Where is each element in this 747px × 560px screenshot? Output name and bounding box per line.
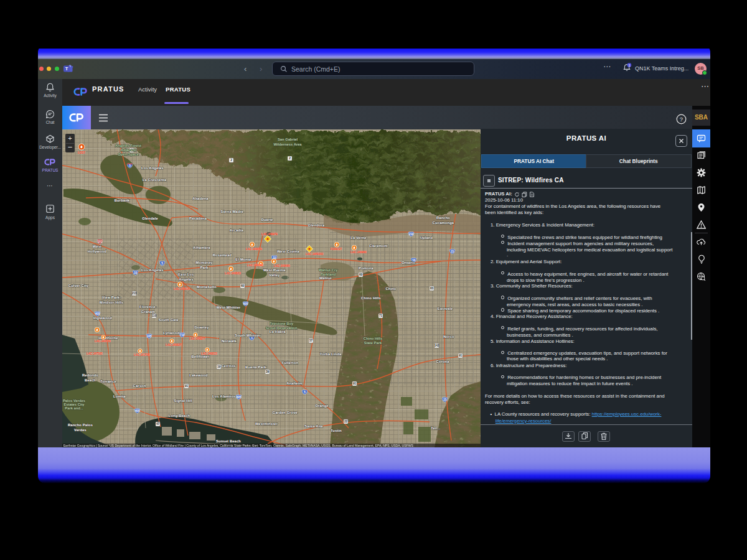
svg-text:39: 39 — [266, 370, 270, 373]
svg-text:Cerritos: Cerritos — [221, 364, 235, 368]
svg-text:West: West — [93, 245, 101, 248]
svg-text:15: 15 — [451, 250, 454, 253]
svg-text:Park: Park — [200, 266, 209, 269]
svg-text:60: 60 — [359, 273, 363, 276]
svg-text:Arcadia: Arcadia — [230, 228, 244, 232]
svg-text:83: 83 — [430, 287, 434, 290]
svg-text:Upland: Upland — [420, 236, 433, 240]
svg-text:Valley: Valley — [269, 273, 280, 277]
svg-text:605: 605 — [243, 302, 248, 306]
svg-text:Verdes: Verdes — [74, 428, 87, 432]
svg-text:La Verne: La Verne — [350, 236, 366, 240]
svg-text:LAC-340879: LAC-340879 — [246, 248, 262, 251]
svg-text:19: 19 — [217, 365, 221, 368]
svg-text:Orange: Orange — [315, 404, 328, 408]
svg-text:Garden Grove: Garden Grove — [273, 411, 298, 414]
svg-text:Anaheim: Anaheim — [286, 381, 302, 385]
svg-text:Walnut: Walnut — [319, 276, 332, 280]
svg-text:Rosemead: Rosemead — [213, 253, 232, 257]
svg-text:LAC-340660: LAC-340660 — [247, 264, 263, 267]
svg-text:Inglewood: Inglewood — [93, 316, 112, 320]
svg-text:La Habra: La Habra — [270, 330, 286, 334]
svg-text:22: 22 — [344, 420, 348, 423]
svg-text:Walnut Cry: Walnut Cry — [319, 268, 338, 272]
svg-text:Los Angeles: Los Angeles — [141, 268, 164, 272]
svg-text:Norwalk: Norwalk — [222, 339, 237, 343]
svg-text:91: 91 — [459, 354, 463, 357]
svg-text:Angeles Forest: Angeles Forest — [115, 144, 141, 147]
svg-text:Glendora: Glendora — [308, 223, 325, 227]
svg-text:Culver City: Culver City — [68, 284, 89, 287]
svg-text:Pomona: Pomona — [359, 266, 374, 270]
svg-text:Cucamonga: Cucamonga — [433, 221, 454, 225]
svg-text:South Gate: South Gate — [159, 318, 179, 322]
svg-text:El Monte: El Monte — [235, 258, 251, 261]
svg-text:LAC-340960: LAC-340960 — [350, 251, 367, 254]
svg-text:Long Beach: Long Beach — [169, 414, 190, 418]
svg-text:213: 213 — [132, 292, 137, 295]
svg-text:Los Alamitos: Los Alamitos — [212, 394, 236, 398]
svg-text:San Gabriel: San Gabriel — [278, 138, 298, 141]
svg-text:47: 47 — [156, 422, 160, 426]
svg-text:Fullerton: Fullerton — [282, 361, 298, 365]
svg-text:Montebello: Montebello — [197, 285, 217, 289]
svg-text:Altadena: Altadena — [192, 197, 209, 200]
svg-text:LAC-341706: LAC-341706 — [134, 353, 150, 357]
svg-text:Angeles: Angeles — [179, 278, 194, 281]
svg-text:Signal Hill: Signal Hill — [174, 399, 192, 403]
svg-text:15: 15 — [443, 398, 447, 401]
svg-text:Redondo: Redondo — [82, 373, 98, 377]
svg-text:Tustin: Tustin — [331, 429, 342, 432]
svg-text:West Whittier: West Whittier — [217, 306, 241, 309]
svg-text:Claremont: Claremont — [369, 244, 388, 248]
svg-text:LAC-340979: LAC-340979 — [261, 233, 278, 236]
svg-text:Monterey: Monterey — [196, 261, 214, 264]
svg-text:71: 71 — [379, 314, 383, 317]
svg-text:110: 110 — [152, 314, 157, 317]
svg-text:Florence-: Florence- — [139, 305, 156, 309]
svg-text:60: 60 — [241, 284, 245, 287]
svg-text:405: 405 — [135, 409, 140, 413]
svg-text:405: 405 — [95, 312, 100, 315]
svg-text:LAC-340665: LAC-340665 — [274, 264, 290, 268]
svg-text:Ontario: Ontario — [402, 261, 415, 264]
svg-text:Buena Park: Buena Park — [245, 365, 266, 369]
svg-text:West Covina: West Covina — [277, 250, 300, 253]
svg-text:Los Angeles: Los Angeles — [141, 166, 164, 170]
svg-text:LAC-347505: LAC-347505 — [87, 352, 103, 355]
svg-text:Alhambra: Alhambra — [193, 246, 210, 250]
svg-text:?: ? — [680, 116, 683, 123]
svg-text:91: 91 — [353, 382, 357, 385]
svg-text:101: 101 — [98, 240, 103, 243]
svg-text:LAC-340700: LAC-340700 — [95, 340, 111, 343]
svg-text:FOREST: FOREST — [331, 248, 342, 251]
svg-text:Rancho Palos: Rancho Palos — [68, 423, 93, 427]
svg-text:Firestone Boy: Firestone Boy — [270, 322, 294, 325]
svg-text:South Whittier: South Whittier — [235, 334, 261, 337]
svg-text:Rancho: Rancho — [436, 216, 450, 220]
svg-text:Carson: Carson — [133, 384, 146, 388]
svg-text:Windsor Hills: Windsor Hills — [100, 301, 124, 304]
svg-text:West Puente: West Puente — [263, 268, 286, 272]
svg-text:Santa Ana: Santa Ana — [304, 424, 323, 428]
svg-text:Adjacent: Adjacent — [121, 148, 136, 152]
svg-text:210: 210 — [409, 233, 414, 236]
svg-text:Downey: Downey — [194, 325, 209, 329]
svg-text:10: 10 — [134, 271, 138, 274]
svg-text:Graham: Graham — [141, 310, 156, 314]
svg-text:Beach: Beach — [85, 378, 96, 382]
svg-text:LAC-340827: LAC-340827 — [166, 343, 182, 347]
svg-text:105: 105 — [147, 335, 152, 338]
svg-text:2: 2 — [289, 157, 291, 160]
svg-text:East Los: East Los — [178, 273, 194, 276]
svg-text:LAC-340815: LAC-340815 — [201, 352, 217, 355]
svg-text:Chino: Chino — [385, 287, 396, 291]
svg-text:57: 57 — [309, 339, 313, 342]
svg-text:Ten...: Ten... — [431, 426, 441, 430]
svg-text:142: 142 — [435, 344, 439, 347]
svg-text:5: 5 — [251, 337, 253, 340]
svg-text:LAC-340916: LAC-340916 — [174, 287, 190, 291]
svg-text:5: 5 — [129, 164, 131, 167]
svg-text:5: 5 — [161, 262, 163, 265]
svg-text:Yorba Linda: Yorba Linda — [320, 352, 342, 356]
